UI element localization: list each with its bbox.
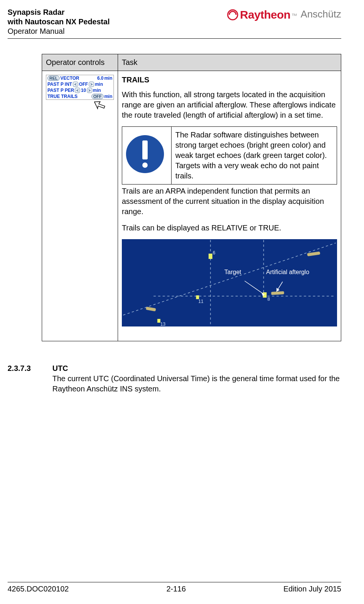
pastpper-unit: min bbox=[93, 88, 101, 93]
left-arrow-icon: < bbox=[73, 82, 78, 87]
radar-num-6: 6 bbox=[213, 250, 216, 255]
op-row-vector: REL VECTOR 6.0 min bbox=[46, 75, 113, 81]
raytheon-logo: Raytheon TM bbox=[227, 8, 297, 21]
footer-center: 2-116 bbox=[166, 585, 186, 593]
section-text: The current UTC (Coordinated Universal T… bbox=[52, 374, 341, 394]
raytheon-swirl-icon bbox=[227, 9, 238, 21]
section-body: UTC The current UTC (Coordinated Univers… bbox=[52, 364, 341, 394]
pastpint-label: PAST P INT bbox=[47, 82, 72, 87]
truetrails-label: TRUE TRAILS bbox=[47, 94, 77, 99]
header-left: Synapsis Radar with Nautoscan NX Pedesta… bbox=[8, 8, 110, 36]
col-header-operator: Operator controls bbox=[42, 54, 118, 71]
operator-cell: REL VECTOR 6.0 min PAST P INT < OFF > mi… bbox=[42, 71, 118, 341]
left-arrow-icon: < bbox=[75, 88, 80, 93]
pastpper-label: PAST P PER bbox=[47, 88, 74, 93]
info-icon-cell bbox=[122, 127, 172, 185]
doc-title-line1: Synapsis Radar bbox=[8, 8, 110, 17]
svg-rect-12 bbox=[158, 319, 161, 323]
section-2-3-7-3: 2.3.7.3 UTC The current UTC (Coordinated… bbox=[8, 364, 341, 394]
svg-line-2 bbox=[123, 243, 336, 315]
vector-label: VECTOR bbox=[60, 76, 79, 81]
right-arrow-icon: > bbox=[89, 82, 94, 87]
task-title: TRAILS bbox=[122, 75, 337, 85]
task-p1: With this function, all strong targets l… bbox=[122, 90, 337, 120]
radar-label-afterglow: Artificial afterglo bbox=[266, 269, 309, 276]
vector-unit: min bbox=[104, 76, 112, 81]
attention-icon bbox=[126, 135, 164, 173]
footer-rule bbox=[8, 582, 341, 582]
op-row-pastpper: PAST P PER < 10 > min bbox=[46, 87, 113, 93]
svg-marker-16 bbox=[277, 288, 280, 292]
radar-figure-svg: 6 8 11 13 bbox=[122, 239, 337, 326]
page-footer: 4265.DOC020102 2-116 Edition July 2015 bbox=[8, 582, 341, 593]
svg-marker-1 bbox=[95, 99, 106, 111]
right-arrow-icon: > bbox=[87, 88, 92, 93]
svg-rect-7 bbox=[271, 291, 284, 295]
op-row-pastpint: PAST P INT < OFF > min bbox=[46, 81, 113, 87]
radar-num-8: 8 bbox=[268, 296, 270, 302]
task-cell: TRAILS With this function, all strong ta… bbox=[118, 71, 341, 341]
radar-num-11: 11 bbox=[199, 299, 204, 304]
info-box: The Radar software distinguishes between… bbox=[122, 126, 337, 185]
footer-left: 4265.DOC020102 bbox=[8, 585, 69, 593]
operator-panel: REL VECTOR 6.0 min PAST P INT < OFF > mi… bbox=[46, 75, 114, 100]
content-area: Operator controls Task REL VECTOR 6.0 mi… bbox=[8, 54, 341, 341]
svg-rect-8 bbox=[146, 307, 156, 311]
task-p2: Trails are an ARPA independent function … bbox=[122, 186, 337, 217]
col-header-task: Task bbox=[118, 54, 341, 71]
rel-pill: REL bbox=[47, 76, 60, 81]
radar-num-13: 13 bbox=[161, 322, 166, 326]
truetrails-value: OFF bbox=[91, 94, 104, 99]
anschutz-text: Anschütz bbox=[301, 8, 341, 20]
footer-right: Edition July 2015 bbox=[284, 585, 341, 593]
vector-value: 6.0 bbox=[97, 76, 104, 81]
doc-title-line2: with Nautoscan NX Pedestal bbox=[8, 17, 110, 27]
svg-line-13 bbox=[245, 281, 265, 295]
section-number: 2.3.7.3 bbox=[8, 364, 42, 394]
main-table: Operator controls Task REL VECTOR 6.0 mi… bbox=[42, 54, 341, 341]
truetrails-unit: min bbox=[104, 94, 112, 99]
raytheon-text: Raytheon bbox=[240, 8, 290, 21]
info-text: The Radar software distinguishes between… bbox=[172, 127, 337, 185]
cursor-icon bbox=[94, 98, 112, 116]
header-rule bbox=[8, 38, 341, 39]
logo: Raytheon TM Anschütz bbox=[227, 8, 341, 21]
pastpint-value: OFF bbox=[79, 82, 88, 87]
doc-title-line3: Operator Manual bbox=[8, 27, 110, 36]
trademark-icon: TM bbox=[292, 13, 297, 17]
radar-label-target: Target bbox=[224, 269, 241, 276]
radar-figure: 6 8 11 13 Target Artificial afterglo bbox=[122, 239, 337, 326]
pastpper-value: 10 bbox=[81, 88, 86, 93]
task-p3: Trails can be displayed as RELATIVE or T… bbox=[122, 223, 337, 233]
page-header: Synapsis Radar with Nautoscan NX Pedesta… bbox=[8, 8, 341, 36]
pastpint-unit: min bbox=[95, 82, 103, 87]
svg-rect-9 bbox=[209, 254, 213, 259]
section-title: UTC bbox=[52, 364, 341, 373]
